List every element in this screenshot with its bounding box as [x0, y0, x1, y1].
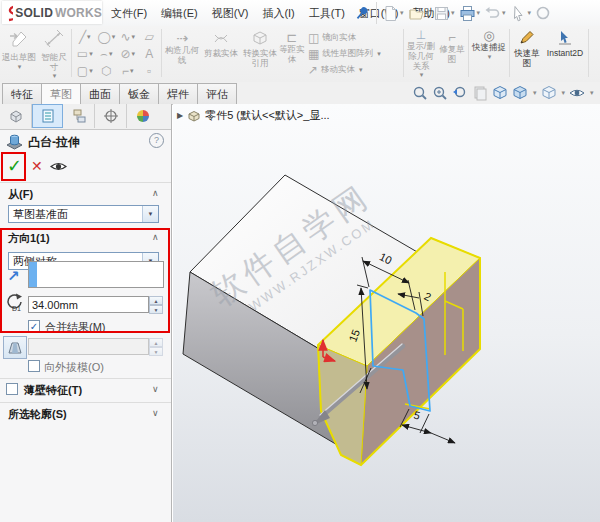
from-select-caret[interactable]: ▼: [142, 206, 158, 222]
section-view-icon[interactable]: [472, 85, 488, 101]
exit-sketch-caret[interactable]: ▾: [3, 63, 36, 71]
new-file-button[interactable]: ▾: [382, 5, 404, 22]
convert-entities-button[interactable]: 转换实体引用: [241, 31, 279, 68]
arc-tool[interactable]: ⌢▾: [96, 46, 118, 61]
pin-icon[interactable]: [354, 5, 370, 21]
direction1-collapse-chevron[interactable]: ∧: [152, 232, 159, 242]
undo-button[interactable]: ▾: [484, 5, 506, 22]
fillet-tool[interactable]: ⌐▾: [117, 63, 139, 78]
hide-show-items-icon[interactable]: [569, 87, 585, 99]
quick-snaps-caret[interactable]: ▾: [472, 53, 507, 61]
spline-caret[interactable]: ▾: [132, 33, 136, 41]
rebuild-button[interactable]: [535, 5, 552, 22]
quick-sketch-button[interactable]: 快速草图: [512, 30, 542, 68]
linear-pattern-button[interactable]: ▦线性草图阵列▾: [308, 46, 381, 62]
hide-show-caret[interactable]: ▾: [590, 89, 594, 97]
smart-dimension-caret[interactable]: ▾: [39, 72, 70, 80]
tab-features[interactable]: 特征: [2, 83, 42, 104]
circle-tool[interactable]: ◯▾: [96, 29, 118, 44]
display-relations-button[interactable]: ⊥ 显示/删除几何关系 ▾: [406, 29, 436, 79]
print-caret[interactable]: ▾: [477, 9, 481, 17]
line-tool[interactable]: ╱▾: [74, 29, 96, 44]
move-entities-caret[interactable]: ▾: [359, 66, 363, 74]
dimxpertmanager-tab[interactable]: [95, 104, 127, 128]
move-entities-button[interactable]: ↗移动实体▾: [308, 62, 381, 78]
direction-selection-box[interactable]: [28, 261, 164, 288]
tab-weldments[interactable]: 焊件: [158, 83, 198, 104]
draft-angle-input[interactable]: [28, 338, 149, 355]
line-caret[interactable]: ▾: [87, 33, 91, 41]
merge-result-checkbox[interactable]: ✓: [28, 320, 40, 332]
circle-caret[interactable]: ▾: [112, 33, 116, 41]
tab-sketch[interactable]: 草图: [41, 83, 81, 104]
draft-outward-checkbox[interactable]: [28, 360, 40, 372]
construct-geometry-button[interactable]: ⇢ 构造几何线: [164, 31, 200, 66]
depth-spin-down[interactable]: ▼: [149, 305, 163, 314]
spline-tool[interactable]: ∿▾: [117, 29, 139, 44]
thin-feature-chevron[interactable]: ∨: [152, 384, 159, 394]
view-orientation-icon[interactable]: [512, 85, 528, 101]
thin-feature-checkbox[interactable]: [6, 383, 18, 395]
print-button[interactable]: ▾: [459, 5, 481, 22]
from-condition-select[interactable]: 草图基准面 ▼: [8, 205, 159, 223]
menu-file[interactable]: 文件(F): [104, 0, 154, 26]
featuremanager-tree-tab[interactable]: [0, 104, 32, 128]
save-caret[interactable]: ▾: [451, 9, 455, 17]
from-group-header[interactable]: 从(F): [8, 187, 33, 202]
depth-input[interactable]: [28, 296, 149, 313]
linear-pattern-caret[interactable]: ▾: [377, 50, 381, 58]
plane-tool[interactable]: ▱: [139, 29, 161, 44]
trim-entities-button[interactable]: 剪裁实体: [202, 31, 240, 59]
ellipse-tool[interactable]: ⊘▾: [117, 46, 139, 61]
draft-button[interactable]: [3, 336, 27, 359]
draft-spin-up[interactable]: ▲: [149, 338, 163, 347]
open-file-caret[interactable]: ▾: [426, 9, 430, 17]
mirror-entities-button[interactable]: ◫镜向实体: [308, 30, 381, 46]
slot-tool[interactable]: ▢▾: [74, 63, 96, 78]
exit-sketch-button[interactable]: 退出草图 ▾: [2, 29, 36, 71]
displaymanager-tab[interactable]: [127, 104, 158, 128]
text-tool[interactable]: A: [139, 46, 161, 61]
select-button[interactable]: ▾: [510, 5, 532, 22]
graphics-viewport[interactable]: 软件自学网 WWW.RJZXW.COM 10 2 15 5: [173, 104, 600, 522]
menu-insert[interactable]: 插入(I): [255, 0, 301, 26]
arc-caret[interactable]: ▾: [109, 50, 113, 58]
document-label[interactable]: 零件5 (默认<<默认>_显...: [205, 108, 329, 123]
selected-contours-chevron[interactable]: ∨: [152, 408, 159, 418]
draft-angle-spinner[interactable]: ▲ ▼: [149, 338, 163, 356]
display-style-caret[interactable]: ▾: [562, 89, 566, 97]
cancel-button[interactable]: ✕: [31, 158, 43, 174]
thin-feature-label[interactable]: 薄壁特征(T): [24, 383, 82, 398]
zoom-area-icon[interactable]: [432, 85, 448, 101]
menu-view[interactable]: 视图(V): [205, 0, 256, 26]
rectangle-caret[interactable]: ▾: [89, 50, 93, 58]
tab-evaluate[interactable]: 评估: [197, 83, 237, 104]
view-settings-icon[interactable]: [492, 85, 508, 101]
flyout-expand-arrow[interactable]: ▶: [177, 111, 183, 120]
tab-sheetmetal[interactable]: 钣金: [119, 83, 159, 104]
depth-spin-up[interactable]: ▲: [149, 296, 163, 305]
polygon-tool[interactable]: ⬡: [96, 63, 118, 78]
menu-tools[interactable]: 工具(T): [302, 0, 352, 26]
save-button[interactable]: ▾: [433, 5, 455, 22]
select-caret[interactable]: ▾: [528, 9, 532, 17]
instant2d-button[interactable]: Instant2D: [544, 30, 586, 59]
point-tool[interactable]: ▫: [139, 63, 161, 78]
rectangle-tool[interactable]: ▭▾: [74, 46, 96, 61]
display-style-icon[interactable]: [541, 85, 557, 101]
direction-arrow-icon[interactable]: ↗: [7, 267, 20, 285]
display-relations-caret[interactable]: ▾: [407, 71, 436, 79]
view-orientation-caret[interactable]: ▾: [533, 89, 537, 97]
offset-entities-button[interactable]: ⊏ 等距实体: [278, 31, 306, 65]
preview-eye-icon[interactable]: [50, 160, 67, 173]
fillet-caret[interactable]: ▾: [130, 67, 134, 75]
merge-result-label[interactable]: 合并结果(M): [45, 320, 106, 335]
depth-spinner[interactable]: ▲ ▼: [149, 296, 163, 314]
draft-spin-down[interactable]: ▼: [149, 347, 163, 356]
ok-button[interactable]: ✓: [7, 155, 22, 177]
direction1-group-header[interactable]: 方向1(1): [8, 231, 50, 246]
quick-snaps-button[interactable]: ◎ 快速捕捉 ▾: [471, 29, 507, 61]
from-collapse-chevron[interactable]: ∧: [152, 188, 159, 198]
new-file-caret[interactable]: ▾: [400, 9, 404, 17]
smart-dimension-button[interactable]: 智能尺寸 ▾: [38, 29, 70, 80]
